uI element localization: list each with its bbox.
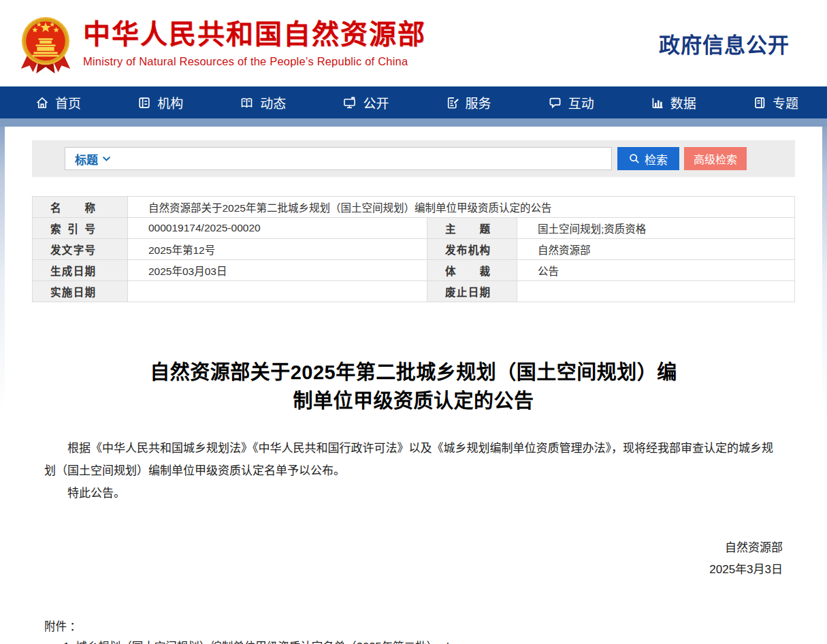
meta-value-doc-number: 2025年第12号: [128, 239, 427, 260]
interaction-icon: [548, 96, 562, 110]
meta-label-created: 生成日期: [33, 260, 128, 281]
nav-item-label: 专题: [773, 93, 798, 112]
nav-item-organization[interactable]: 机构: [137, 93, 183, 112]
meta-value-name: 自然资源部关于2025年第二批城乡规划（国土空间规划）编制单位甲级资质认定的公告: [128, 197, 795, 218]
nav-item-label: 公开: [363, 93, 389, 112]
meta-value-genre: 公告: [517, 260, 795, 281]
search-field-label: 标题: [75, 150, 98, 167]
nav-item-label: 机构: [157, 93, 183, 112]
nav-item-news[interactable]: 动态: [240, 93, 286, 112]
signature-agency: 自然资源部: [44, 537, 783, 559]
meta-label-publisher: 发布机构: [427, 239, 517, 260]
chevron-down-icon: [103, 157, 110, 161]
nav-item-topics[interactable]: 专题: [753, 93, 798, 112]
nav-item-label: 服务: [466, 93, 491, 112]
document-title: 自然资源部关于2025年第二批城乡规划（国土空间规划）编制单位甲级资质认定的公告: [148, 358, 679, 415]
article: 自然资源部关于2025年第二批城乡规划（国土空间规划）编制单位甲级资质认定的公告…: [32, 358, 795, 644]
meta-value-subject: 国土空间规划;资质资格: [517, 218, 795, 239]
nav-item-home[interactable]: 首页: [35, 93, 81, 112]
disclosure-icon: [342, 96, 357, 110]
document-body: 根据《中华人民共和国城乡规划法》《中华人民共和国行政许可法》以及《城乡规划编制单…: [44, 437, 783, 504]
meta-label-name: 名称: [33, 197, 128, 218]
meta-label-genre: 体裁: [427, 260, 517, 281]
table-row: 实施日期 废止日期: [33, 281, 795, 302]
content-wrapper: 标题 检索 高级检索 名称 自然资源部关于2025年第二批城乡规划（国土空: [5, 127, 822, 644]
body-paragraph: 特此公告。: [44, 482, 783, 504]
attachments-heading: 附件 ：: [44, 616, 783, 637]
meta-value-publisher: 自然资源部: [517, 239, 795, 260]
meta-label-subject: 主题: [427, 218, 517, 239]
site-title: 中华人民共和国自然资源部: [83, 18, 426, 50]
home-icon: [35, 96, 49, 110]
site-subtitle: Ministry of Natural Resources of the Peo…: [83, 55, 426, 68]
search-input[interactable]: [118, 148, 611, 170]
search-bar: 标题 检索 高级检索: [32, 140, 795, 177]
service-icon: [446, 96, 459, 110]
organization-icon: [137, 96, 151, 110]
table-row: 名称 自然资源部关于2025年第二批城乡规划（国土空间规划）编制单位甲级资质认定…: [33, 197, 795, 218]
nav-item-disclosure[interactable]: 公开: [342, 93, 389, 112]
site-header: 中华人民共和国自然资源部 Ministry of Natural Resourc…: [0, 0, 827, 86]
signature-date: 2025年3月3日: [44, 559, 783, 581]
signature-block: 自然资源部 2025年3月3日: [44, 537, 783, 581]
topics-icon: [753, 96, 766, 110]
page-background: 标题 检索 高级检索 名称 自然资源部关于2025年第二批城乡规划（国土空: [0, 127, 827, 644]
nav-item-interaction[interactable]: 互动: [548, 93, 594, 112]
nav-item-label: 数据: [670, 93, 696, 112]
table-row: 索引号 000019174/2025-00020 主题 国土空间规划;资质资格: [33, 218, 795, 239]
document-metadata-table: 名称 自然资源部关于2025年第二批城乡规划（国土空间规划）编制单位甲级资质认定…: [32, 196, 795, 302]
data-icon: [651, 96, 664, 110]
nav-sub-strip: [0, 118, 827, 127]
search-box: 标题: [65, 147, 612, 170]
meta-value-created: 2025年03月03日: [128, 260, 427, 281]
attachments-section: 附件 ： 1. 城乡规划（国土空间规划）编制单位甲级资质认定名单（2025年第二…: [44, 616, 783, 644]
meta-label-doc-number: 发文字号: [33, 239, 128, 260]
nav-item-service[interactable]: 服务: [446, 93, 491, 112]
search-button[interactable]: 检索: [617, 147, 679, 170]
nav-item-data[interactable]: 数据: [651, 93, 696, 112]
nav-item-label: 动态: [260, 93, 286, 112]
meta-label-index: 索引号: [33, 218, 128, 239]
search-button-label: 检索: [645, 150, 668, 167]
search-icon: [629, 153, 640, 164]
site-logo[interactable]: 中华人民共和国自然资源部 Ministry of Natural Resourc…: [19, 10, 426, 77]
advanced-search-button[interactable]: 高级检索: [684, 147, 747, 170]
main-nav: 首页 机构 动态 公开 服务 互动: [0, 86, 827, 118]
nav-item-label: 互动: [568, 93, 594, 112]
attachment-link-1[interactable]: 1. 城乡规划（国土空间规划）编制单位甲级资质认定名单（2025年第二批）.xl…: [63, 637, 783, 644]
news-icon: [240, 96, 254, 110]
body-paragraph: 根据《中华人民共和国城乡规划法》《中华人民共和国行政许可法》以及《城乡规划编制单…: [44, 437, 783, 482]
meta-label-repeal: 废止日期: [427, 281, 517, 302]
nav-item-label: 首页: [55, 93, 81, 112]
meta-label-effective: 实施日期: [33, 281, 128, 302]
page-section-title: 政府信息公开: [659, 28, 790, 59]
meta-value-repeal: [517, 281, 795, 302]
table-row: 生成日期 2025年03月03日 体裁 公告: [33, 260, 795, 281]
national-emblem-icon: [19, 13, 72, 77]
table-row: 发文字号 2025年第12号 发布机构 自然资源部: [33, 239, 795, 260]
meta-value-effective: [128, 281, 427, 302]
meta-value-index: 000019174/2025-00020: [128, 218, 427, 239]
search-field-selector[interactable]: 标题: [65, 150, 118, 167]
